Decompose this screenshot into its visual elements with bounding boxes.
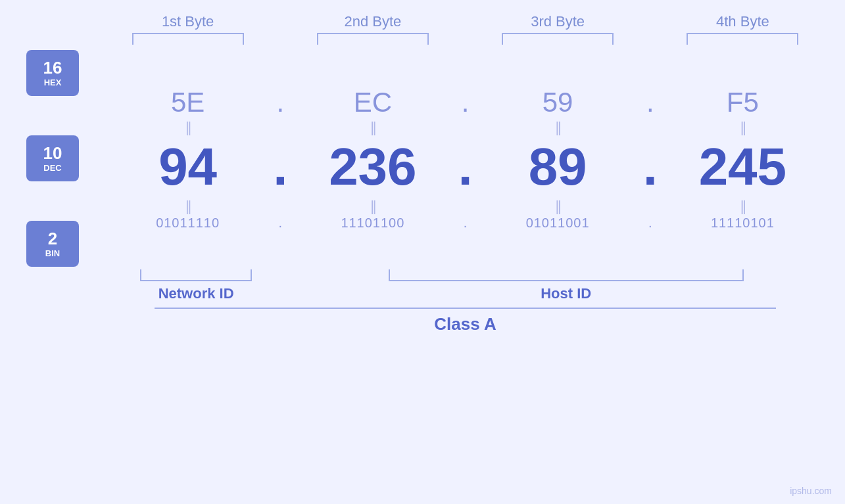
network-id-bracket xyxy=(140,269,252,281)
equals-row-2: || || || || xyxy=(112,197,819,216)
eq-6: || xyxy=(370,198,375,214)
hex-row: 5E . EC . 59 . F5 xyxy=(112,87,819,118)
network-id-label: Network ID xyxy=(158,285,234,302)
dec-dot-3: . xyxy=(643,137,658,196)
dec-badge: 10 DEC xyxy=(26,135,79,181)
bin-val-2: 11101100 xyxy=(341,216,404,230)
byte-header-4: 4th Byte xyxy=(667,13,819,45)
eq-2: || xyxy=(370,119,375,135)
eq-4: || xyxy=(740,119,745,135)
bin-name: BIN xyxy=(45,248,60,258)
hex-val-2: EC xyxy=(354,87,392,118)
watermark: ipshu.com xyxy=(790,486,832,496)
eq-8: || xyxy=(740,198,745,214)
hex-dot-1: . xyxy=(276,87,284,118)
hex-name: HEX xyxy=(44,78,62,87)
equals-row-1: || || || || xyxy=(112,118,819,137)
hex-dot-3: . xyxy=(646,87,654,118)
eq-7: || xyxy=(555,198,560,214)
dec-val-4: 245 xyxy=(699,137,786,196)
host-id-label: Host ID xyxy=(541,285,591,302)
bottom-section: Network ID Host ID xyxy=(26,269,819,302)
dec-val-1: 94 xyxy=(158,137,217,196)
byte-header-3: 3rd Byte xyxy=(482,13,634,45)
bin-val-1: 01011110 xyxy=(156,216,220,230)
bin-val-3: 01011001 xyxy=(526,216,590,230)
bin-dot-1: . xyxy=(278,216,282,230)
bin-number: 2 xyxy=(48,229,57,248)
dec-row: 94 . 236 . 89 . 245 xyxy=(112,137,819,197)
dec-dot-2: . xyxy=(458,137,472,196)
bin-val-4: 11110101 xyxy=(711,216,775,230)
bin-dot-3: . xyxy=(648,216,652,230)
byte-header-1: 1st Byte xyxy=(112,13,264,45)
byte-label-3: 3rd Byte xyxy=(482,13,634,30)
bin-badge: 2 BIN xyxy=(26,221,79,267)
dec-val-3: 89 xyxy=(529,137,587,196)
label-column: 16 HEX 10 DEC 2 BIN xyxy=(26,50,112,267)
host-id-bracket xyxy=(389,269,744,281)
byte-headers: 1st Byte 2nd Byte 3rd Byte 4th Byte xyxy=(26,13,819,45)
data-columns: 5E . EC . 59 . F5 || || || || 94 xyxy=(112,87,819,231)
class-line: Class A xyxy=(155,308,776,334)
dec-dot-1: . xyxy=(273,137,287,196)
dec-number: 10 xyxy=(43,144,62,163)
hex-badge: 16 HEX xyxy=(26,50,79,96)
byte-label-4: 4th Byte xyxy=(667,13,819,30)
bin-row: 01011110 . 11101100 . 01011001 . 1111010… xyxy=(112,216,819,231)
hex-val-3: 59 xyxy=(543,87,573,118)
dec-name: DEC xyxy=(43,163,61,173)
eq-3: || xyxy=(555,119,560,135)
byte-header-2: 2nd Byte xyxy=(297,13,448,45)
network-id-section: Network ID xyxy=(112,269,280,302)
eq-1: || xyxy=(185,119,190,135)
hex-val-4: F5 xyxy=(727,87,759,118)
main-content: 16 HEX 10 DEC 2 BIN 5E . EC . 59 . F5 xyxy=(26,50,819,267)
byte-label-2: 2nd Byte xyxy=(297,13,448,30)
byte-label-1: 1st Byte xyxy=(112,13,264,30)
class-label: Class A xyxy=(434,314,496,334)
class-row: Class A xyxy=(26,308,819,334)
dec-val-2: 236 xyxy=(329,137,416,196)
host-id-section: Host ID xyxy=(313,269,819,302)
hex-number: 16 xyxy=(43,58,62,78)
hex-val-1: 5E xyxy=(171,87,205,118)
bin-dot-2: . xyxy=(464,216,468,230)
eq-5: || xyxy=(185,198,190,214)
hex-dot-2: . xyxy=(462,87,470,118)
